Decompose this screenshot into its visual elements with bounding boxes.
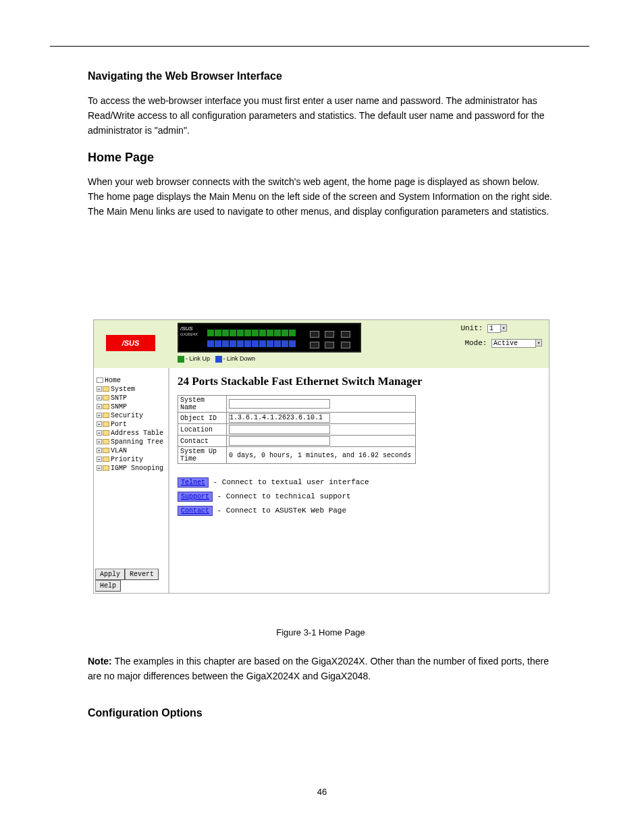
- link-row: Support - Connect to technical support: [178, 492, 541, 502]
- expand-icon[interactable]: +: [97, 413, 102, 418]
- tree-item-label: Port: [111, 421, 127, 428]
- expand-icon[interactable]: +: [97, 404, 102, 409]
- port-led[interactable]: [289, 330, 296, 336]
- apply-button[interactable]: Apply: [95, 569, 125, 580]
- device-logo: /SUS: [180, 325, 193, 332]
- port-led[interactable]: [289, 340, 296, 347]
- port-led[interactable]: [244, 340, 251, 347]
- tree-item[interactable]: +SNTP: [97, 394, 163, 402]
- tree-item[interactable]: +Port: [97, 420, 163, 429]
- row-key: Location: [178, 424, 227, 436]
- port-led[interactable]: [222, 340, 229, 347]
- nav-tree: Home+System+SNTP+SNMP+Security+Port+Addr…: [97, 376, 163, 473]
- port-led[interactable]: [207, 340, 214, 347]
- module-slot[interactable]: [341, 331, 350, 338]
- table-row: Object ID1.3.6.1.4.1.2623.6.10.1: [178, 413, 416, 424]
- text-input[interactable]: 1.3.6.1.4.1.2623.6.10.1: [229, 413, 330, 423]
- module-slot[interactable]: [341, 342, 350, 348]
- folder-icon: [103, 413, 109, 418]
- port-led[interactable]: [252, 330, 259, 336]
- port-led[interactable]: [259, 330, 266, 336]
- expand-icon[interactable]: +: [97, 430, 102, 436]
- tree-item-label: SNMP: [111, 403, 127, 411]
- tree-item[interactable]: +VLAN: [97, 446, 163, 455]
- chevron-down-icon[interactable]: ▾: [500, 324, 507, 332]
- expand-icon[interactable]: +: [97, 448, 102, 453]
- row-value-cell: [227, 436, 416, 447]
- tree-item-label: Home: [105, 377, 121, 384]
- port-led[interactable]: [259, 340, 266, 347]
- help-button[interactable]: Help: [95, 580, 121, 592]
- port-led[interactable]: [222, 330, 229, 336]
- folder-icon: [103, 395, 109, 400]
- telnet-link-button[interactable]: Telnet: [178, 477, 209, 488]
- port-led[interactable]: [274, 340, 281, 347]
- tree-item-label: SNTP: [111, 394, 127, 402]
- port-led[interactable]: [207, 330, 214, 336]
- text-input[interactable]: [229, 399, 330, 409]
- mode-selector-group: Mode: Active▾: [464, 339, 542, 348]
- contact-link-button[interactable]: Contact: [178, 506, 213, 516]
- legend-swatch-down: [215, 356, 222, 363]
- module-slot[interactable]: [310, 331, 319, 338]
- link-description: - Connect to technical support: [213, 492, 351, 500]
- port-led[interactable]: [215, 340, 221, 347]
- port-led[interactable]: [281, 330, 288, 336]
- tree-item-label: VLAN: [111, 447, 127, 454]
- tree-item[interactable]: Home: [97, 376, 163, 385]
- device-panel[interactable]: /SUS GX2024X: [178, 323, 361, 353]
- expand-icon[interactable]: +: [97, 457, 102, 462]
- tree-item[interactable]: +Security: [97, 411, 163, 420]
- port-led[interactable]: [274, 330, 281, 336]
- folder-icon: [103, 439, 109, 444]
- tree-item[interactable]: +SNMP: [97, 402, 163, 411]
- home-page-heading: Home Page: [88, 148, 554, 167]
- tree-item[interactable]: +Spanning Tree: [97, 438, 163, 446]
- support-link-button[interactable]: Support: [178, 492, 213, 502]
- section-heading: Navigating the Web Browser Interface: [88, 68, 554, 85]
- chevron-down-icon[interactable]: ▾: [535, 339, 542, 346]
- table-row: System Name: [178, 396, 416, 413]
- module-slot[interactable]: [310, 342, 319, 348]
- expand-icon[interactable]: +: [97, 386, 102, 392]
- port-led[interactable]: [244, 330, 251, 336]
- module-slot[interactable]: [325, 342, 334, 348]
- port-led[interactable]: [230, 340, 236, 347]
- main-frame: 24 Ports Stackable Fast Ethernet Switch …: [169, 368, 549, 593]
- tree-item[interactable]: +Address Table: [97, 429, 163, 438]
- port-led[interactable]: [281, 340, 288, 347]
- expand-icon[interactable]: +: [97, 465, 102, 471]
- text-input[interactable]: [229, 436, 330, 446]
- system-info-table: System NameObject ID1.3.6.1.4.1.2623.6.1…: [178, 395, 416, 464]
- tree-item[interactable]: +IGMP Snooping: [97, 464, 163, 473]
- mode-select[interactable]: Active: [491, 339, 536, 348]
- nav-frame: Home+System+SNTP+SNMP+Security+Port+Addr…: [94, 368, 169, 593]
- port-led[interactable]: [267, 330, 273, 336]
- port-led[interactable]: [237, 340, 244, 347]
- tree-item[interactable]: +System: [97, 385, 163, 394]
- revert-button[interactable]: Revert: [125, 569, 159, 580]
- port-led[interactable]: [230, 330, 236, 336]
- port-row-top: [207, 330, 296, 336]
- port-led[interactable]: [252, 340, 259, 347]
- folder-icon: [97, 377, 103, 383]
- folder-icon: [103, 404, 109, 409]
- row-value-cell: 0 days, 0 hours, 1 minutes, and 16.92 se…: [227, 447, 416, 464]
- port-led[interactable]: [267, 340, 273, 347]
- expand-icon[interactable]: +: [97, 439, 102, 444]
- expand-icon[interactable]: +: [97, 395, 102, 400]
- row-key: System Name: [178, 396, 227, 413]
- row-key: Object ID: [178, 413, 227, 424]
- expand-icon[interactable]: +: [97, 421, 102, 427]
- text-input[interactable]: [229, 425, 330, 434]
- row-value-cell: [227, 396, 416, 413]
- device-model: GX2024X: [180, 332, 198, 336]
- config-options-heading: Configuration Options: [88, 704, 554, 722]
- port-led[interactable]: [215, 330, 221, 336]
- unit-select[interactable]: 1: [487, 324, 501, 333]
- module-slot[interactable]: [325, 331, 334, 338]
- tree-item-label: System: [111, 386, 135, 393]
- tree-item-label: Priority: [111, 456, 143, 463]
- tree-item[interactable]: +Priority: [97, 455, 163, 464]
- port-led[interactable]: [237, 330, 244, 336]
